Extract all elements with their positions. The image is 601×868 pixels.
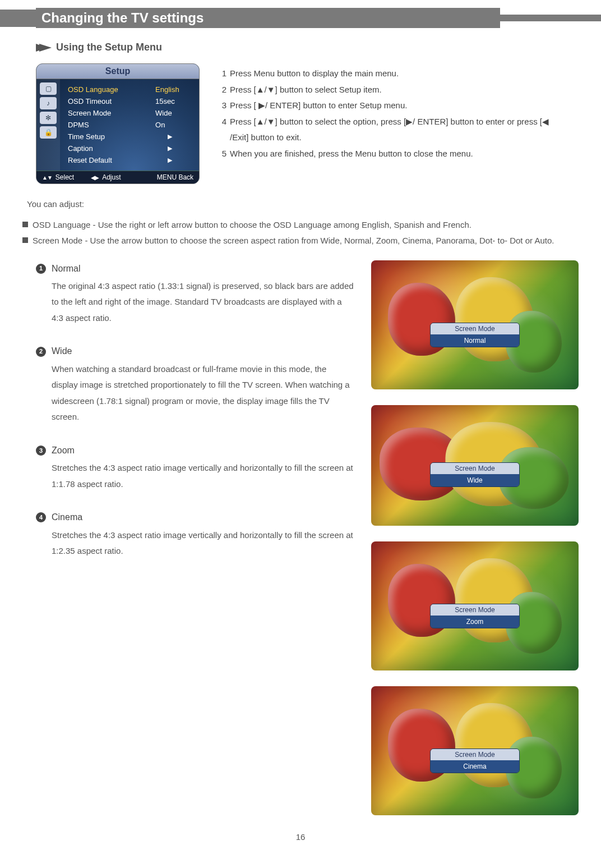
mode-title: Zoom [52,442,75,459]
osd-footer-adjust-label: Adjust [102,173,121,181]
osd-icon-picture: ▢ [40,82,57,95]
instruction-number: 4 [216,114,226,146]
osd-item-value: English [155,85,195,94]
popup-label: Screen Mode [431,463,519,474]
osd-item-label: Screen Mode [68,109,155,117]
osd-item-osd-language[interactable]: OSD Language English [68,84,195,95]
osd-item-value: Wide [155,109,195,117]
screenshot-cinema: Screen Mode Cinema [371,686,579,815]
mode-body: The original 4:3 aspect ratio (1.33:1 si… [52,278,354,327]
bullet-square-icon [22,222,28,227]
instruction-number: 5 [216,146,226,162]
instruction-text: Press [▲/▼] button to select Setup item. [230,82,565,98]
osd-item-arrow-icon: ▶ [168,133,195,140]
osd-item-value: 15sec [155,97,195,105]
screenshot-zoom: Screen Mode Zoom [371,541,579,670]
mode-body: When watching a standard broadcast or fu… [52,361,354,425]
osd-item-label: Caption [68,144,168,153]
instructions-list: 1Press Menu button to display the main m… [216,66,565,162]
adjust-intro: You can adjust: [27,196,579,213]
osd-item-arrow-icon: ▶ [168,157,195,164]
instruction-number: 1 [216,66,226,82]
osd-setup-panel: Setup ▢ ♪ ✻ 🔒 OSD Language English OSD T… [36,63,200,184]
mode-body: Stretches the 4:3 aspect ratio image ver… [52,527,354,559]
screen-mode-descriptions: 1 Normal The original 4:3 aspect ratio (… [36,260,354,815]
osd-item-dpms[interactable]: DPMS On [68,119,195,131]
instruction-number: 3 [216,98,226,114]
osd-item-label: Time Setup [68,132,168,141]
left-right-icon: ◀▶ [91,174,99,181]
mode-title: Wide [52,343,72,360]
section-title: Using the Setup Menu [56,42,162,53]
popup-label: Screen Mode [431,323,519,334]
instruction-text: Press Menu button to display the main me… [230,66,565,82]
section-heading: Using the Setup Menu [36,42,565,53]
osd-item-caption[interactable]: Caption ▶ [68,143,195,154]
popup-value: Wide [431,474,519,486]
screenshot-popup: Screen Mode Wide [430,462,520,487]
up-down-icon: ▲▼ [42,174,52,181]
section-arrow-icon [36,44,52,52]
adjust-item-text: OSD Language - Use the right or left arr… [33,217,579,233]
osd-icon-sound: ♪ [40,97,57,109]
adjust-item: Screen Mode - Use the arrow button to ch… [22,233,579,249]
instruction-row: 5When you are finished, press the Menu b… [216,146,565,162]
osd-icon-tools: ✻ [40,112,57,124]
osd-item-osd-timeout[interactable]: OSD Timeout 15sec [68,95,195,107]
mode-title: Normal [52,260,81,277]
osd-item-label: OSD Timeout [68,97,155,105]
mode-number-badge: 3 [36,446,46,456]
title-bar: Changing the TV settings [0,8,601,28]
instruction-row: 1Press Menu button to display the main m… [216,66,565,82]
popup-label: Screen Mode [431,749,519,760]
mode-title: Cinema [52,509,82,526]
osd-item-reset-default[interactable]: Reset Default ▶ [68,154,195,166]
instruction-number: 2 [216,82,226,98]
osd-sidebar-icons: ▢ ♪ ✻ 🔒 [36,79,60,171]
osd-footer: ▲▼Select ◀▶Adjust MENU Back [36,171,199,183]
mode-zoom: 3 Zoom Stretches the 4:3 aspect ratio im… [36,442,354,492]
title-bar-stub [0,10,36,27]
mode-cinema: 4 Cinema Stretches the 4:3 aspect ratio … [36,509,354,559]
screenshot-wide: Screen Mode Wide [371,405,579,526]
svg-marker-1 [39,44,52,52]
mode-body: Stretches the 4:3 aspect ratio image ver… [52,460,354,492]
osd-item-screen-mode[interactable]: Screen Mode Wide [68,107,195,119]
instruction-row: 2Press [▲/▼] button to select Setup item… [216,82,565,98]
osd-footer-back-label: MENU Back [157,173,193,181]
mode-number-badge: 4 [36,512,46,522]
mode-normal: 1 Normal The original 4:3 aspect ratio (… [36,260,354,327]
instruction-text: When you are finished, press the Menu bu… [230,146,565,162]
popup-value: Zoom [431,616,519,628]
popup-value: Cinema [431,760,519,773]
osd-menu-list: OSD Language English OSD Timeout 15sec S… [60,79,199,171]
instruction-row: 4Press [▲/▼] button to select the option… [216,114,565,146]
instruction-text: Press [ ▶/ ENTER] button to enter Setup … [230,98,565,114]
popup-label: Screen Mode [431,604,519,616]
mode-number-badge: 1 [36,264,46,274]
osd-item-arrow-icon: ▶ [168,145,195,152]
page-number: 16 [0,832,601,842]
osd-footer-select-label: Select [56,173,74,181]
mode-wide: 2 Wide When watching a standard broadcas… [36,343,354,425]
adjust-item: OSD Language - Use the right or left arr… [22,217,579,233]
adjust-section: You can adjust: OSD Language - Use the r… [22,196,579,249]
screenshot-normal: Screen Mode Normal [371,260,579,389]
title-bar-tail [500,15,601,21]
screenshot-popup: Screen Mode Normal [430,323,520,347]
screenshot-column: Screen Mode Normal Screen Mode Wide Scre… [371,260,579,815]
popup-value: Normal [431,334,519,347]
osd-title: Setup [36,64,199,79]
bullet-square-icon [22,237,28,243]
instruction-text: Press [▲/▼] button to select the option,… [230,114,565,146]
page-title: Changing the TV settings [36,8,500,28]
adjust-item-text: Screen Mode - Use the arrow button to ch… [33,233,579,249]
screenshot-popup: Screen Mode Cinema [430,748,520,773]
osd-item-time-setup[interactable]: Time Setup ▶ [68,131,195,143]
osd-item-label: Reset Default [68,156,168,164]
osd-item-label: OSD Language [68,85,155,94]
screenshot-popup: Screen Mode Zoom [430,604,520,628]
mode-number-badge: 2 [36,347,46,357]
osd-item-value: On [155,121,195,129]
osd-icon-lock: 🔒 [40,126,57,139]
